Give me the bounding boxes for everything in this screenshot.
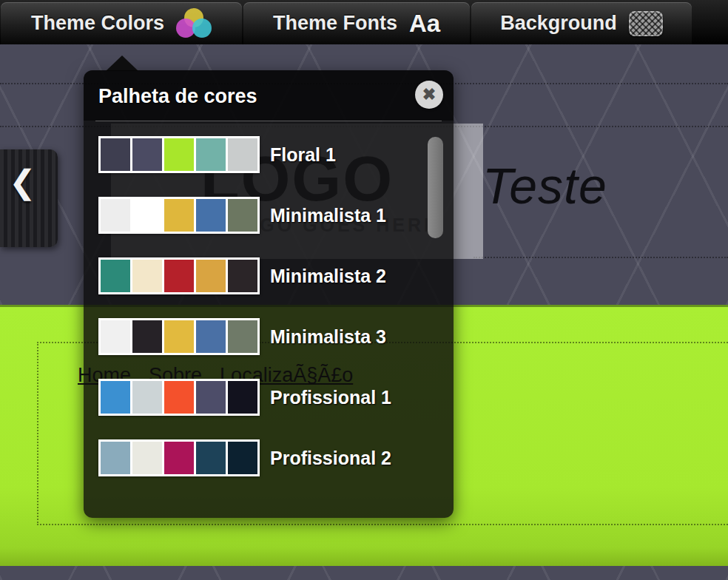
tab-background[interactable]: Background [471, 2, 692, 44]
region-dotted-border [473, 257, 728, 258]
editor-stage: LOGO YOUR LOGO GOES HERE Teste HomeSobre… [0, 0, 728, 580]
palette-row[interactable]: Minimalista 1 [95, 185, 442, 246]
color-swatch [196, 381, 226, 414]
color-swatch [228, 442, 257, 474]
tab-theme-colors[interactable]: Theme Colors [1, 2, 242, 44]
color-swatch [196, 138, 226, 171]
theme-toolbar: Theme Colors Theme Fonts Aa Background [0, 0, 728, 44]
chevron-left-icon: ❮ [9, 163, 36, 200]
palette-row[interactable]: Minimalista 2 [95, 246, 442, 306]
color-swatch [132, 199, 162, 232]
sidebar-collapse-handle[interactable]: ❮ [0, 149, 58, 247]
palette-swatches [98, 136, 260, 173]
palette-row[interactable]: Profissional 2 [95, 428, 442, 488]
palette-swatches [98, 379, 260, 416]
close-icon: ✖ [422, 87, 436, 103]
color-swatch [101, 138, 130, 171]
color-swatch [101, 320, 130, 353]
color-swatch [228, 199, 257, 232]
color-swatch [101, 442, 130, 474]
palette-swatches [98, 197, 260, 234]
palette-row[interactable]: Floral 1 [95, 124, 442, 185]
font-aa-icon: Aa [409, 10, 440, 38]
palette-swatches [98, 318, 260, 355]
color-swatch [228, 381, 257, 414]
palette-name: Profissional 1 [270, 387, 391, 408]
tab-theme-fonts-label: Theme Fonts [273, 12, 397, 35]
color-swatch [101, 260, 130, 292]
color-swatch [164, 381, 194, 414]
panel-notch [106, 55, 138, 71]
texture-swatch-icon [629, 11, 663, 36]
palette-name: Profissional 2 [270, 448, 391, 469]
color-swatch [196, 260, 226, 292]
color-swatch [132, 138, 162, 171]
palette-name: Floral 1 [270, 144, 336, 166]
color-swatch [196, 320, 226, 353]
color-swatch [164, 199, 194, 232]
site-title-text[interactable]: Teste [482, 157, 607, 215]
color-swatch [164, 320, 194, 353]
palette-row[interactable]: Minimalista 3 [95, 306, 442, 367]
palette-swatches [98, 257, 260, 294]
color-swatch [132, 381, 162, 414]
color-swatch [228, 138, 257, 171]
color-swatch [101, 381, 130, 414]
tab-theme-colors-label: Theme Colors [31, 12, 164, 35]
panel-title: Palheta de cores [98, 85, 257, 108]
palette-name: Minimalista 1 [270, 205, 386, 226]
color-swatch [228, 320, 257, 353]
palette-row[interactable]: Profissional 1 [95, 367, 442, 428]
color-swatch [196, 199, 226, 232]
color-swatch [164, 260, 194, 292]
scrollbar-thumb[interactable] [428, 137, 443, 238]
color-swatch [132, 442, 162, 474]
color-circles-icon [176, 8, 212, 39]
close-button[interactable]: ✖ [415, 81, 443, 109]
color-swatch [164, 138, 194, 171]
site-footer-strip [0, 566, 728, 580]
color-swatch [101, 199, 130, 232]
palette-list: Floral 1 Minimalista 1 Minimalista 2 Min… [95, 121, 442, 496]
palette-name: Minimalista 3 [270, 326, 386, 348]
color-palette-panel: Palheta de cores ✖ Floral 1 Minimalista … [84, 70, 454, 518]
tab-theme-fonts[interactable]: Theme Fonts Aa [243, 2, 470, 44]
color-swatch [132, 320, 162, 353]
color-swatch [164, 442, 194, 474]
color-swatch [132, 260, 162, 292]
color-swatch [228, 260, 257, 292]
palette-name: Minimalista 2 [270, 266, 386, 287]
color-swatch [196, 442, 226, 474]
palette-swatches [98, 439, 260, 476]
tab-background-label: Background [500, 12, 617, 35]
panel-header: Palheta de cores ✖ [84, 70, 454, 121]
